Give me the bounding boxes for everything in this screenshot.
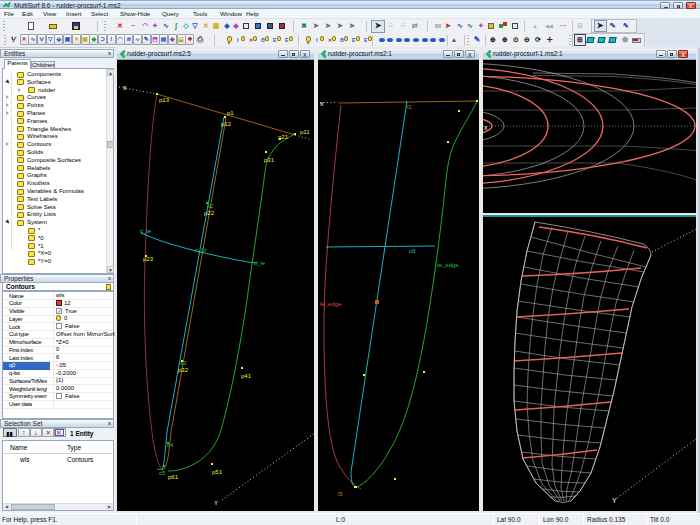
svg-text:p31: p31 bbox=[264, 157, 275, 163]
svg-text:p22: p22 bbox=[204, 210, 215, 216]
svg-text:c_le: c_le bbox=[254, 260, 266, 266]
svg-text:c5: c5 bbox=[159, 470, 166, 476]
svg-text:Y: Y bbox=[612, 497, 617, 504]
svg-text:p11: p11 bbox=[300, 129, 310, 135]
svg-text:c_0r: c_0r bbox=[195, 247, 207, 253]
svg-text:p51: p51 bbox=[212, 469, 223, 475]
svg-text:x: x bbox=[123, 84, 127, 91]
svg-text:p61: p61 bbox=[168, 474, 179, 480]
svg-text:x: x bbox=[484, 124, 488, 131]
svg-text:l1: l1 bbox=[407, 104, 412, 110]
svg-text:p12: p12 bbox=[221, 121, 232, 127]
svg-text:p23: p23 bbox=[143, 256, 154, 262]
svg-text:p41: p41 bbox=[241, 373, 252, 379]
svg-text:c_te: c_te bbox=[140, 228, 152, 234]
svg-text:c0: c0 bbox=[409, 248, 416, 254]
svg-text:s2: s2 bbox=[207, 203, 214, 209]
svg-text:p32: p32 bbox=[178, 367, 189, 373]
svg-text:Y: Y bbox=[214, 500, 218, 506]
svg-text:p1: p1 bbox=[227, 110, 234, 116]
svg-text:x: x bbox=[320, 100, 324, 107]
svg-text:le_edge: le_edge bbox=[320, 301, 342, 307]
svg-text:l5: l5 bbox=[338, 491, 343, 497]
svg-text:p13: p13 bbox=[159, 97, 170, 103]
svg-text:te_edge: te_edge bbox=[437, 262, 459, 268]
